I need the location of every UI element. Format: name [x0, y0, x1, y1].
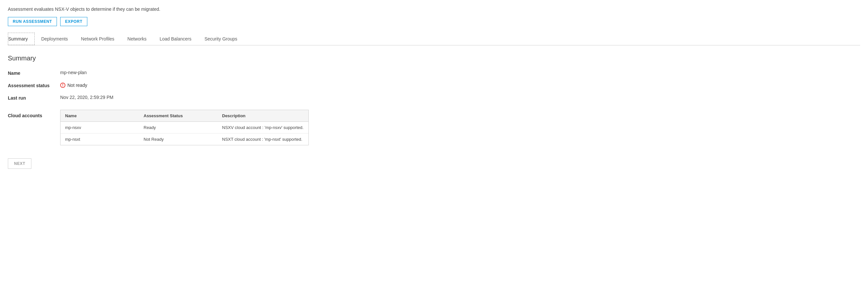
cloud-accounts-section: Cloud accounts Name Assessment Status De…	[8, 110, 860, 145]
col-name-header: Name	[61, 110, 139, 122]
name-label: Name	[8, 70, 60, 76]
description-text: Assessment evaluates NSX-V objects to de…	[8, 6, 860, 12]
cloud-accounts-table: Name Assessment Status Description mp-ns…	[60, 110, 309, 145]
summary-title: Summary	[8, 55, 860, 62]
tab-summary[interactable]: Summary	[8, 33, 35, 45]
row-name: mp-nsxv	[61, 122, 139, 134]
tab-deployments[interactable]: Deployments	[35, 33, 74, 45]
toolbar: RUN ASSESSMENT EXPORT	[8, 17, 860, 26]
col-status-header: Assessment Status	[139, 110, 217, 122]
col-description-header: Description	[217, 110, 308, 122]
assessment-status-value: ! Not ready	[60, 82, 860, 88]
next-section: NEXT	[8, 158, 860, 169]
run-assessment-button[interactable]: RUN ASSESSMENT	[8, 17, 57, 26]
last-run-label: Last run	[8, 95, 60, 101]
row-status: Not Ready	[139, 134, 217, 145]
row-name: mp-nsxt	[61, 134, 139, 145]
tab-load-balancers[interactable]: Load Balancers	[153, 33, 198, 45]
name-value: mp-new-plan	[60, 70, 860, 76]
row-description: NSXV cloud account : 'mp-nsxv' supported…	[217, 122, 308, 134]
tab-network-profiles[interactable]: Network Profiles	[74, 33, 121, 45]
table-row: mp-nsxvReadyNSXV cloud account : 'mp-nsx…	[61, 122, 308, 134]
not-ready-icon: !	[60, 83, 65, 88]
assessment-status-label: Assessment status	[8, 82, 60, 88]
tabs-container: Summary Deployments Network Profiles Net…	[8, 33, 860, 45]
last-run-value: Nov 22, 2020, 2:59:29 PM	[60, 95, 860, 101]
row-status: Ready	[139, 122, 217, 134]
row-description: NSXT cloud account : 'mp-nsxt' supported…	[217, 134, 308, 145]
assessment-status-text: Not ready	[67, 83, 87, 88]
tab-security-groups[interactable]: Security Groups	[198, 33, 244, 45]
next-button[interactable]: NEXT	[8, 158, 31, 169]
export-button[interactable]: EXPORT	[60, 17, 87, 26]
tab-networks[interactable]: Networks	[121, 33, 153, 45]
table-row: mp-nsxtNot ReadyNSXT cloud account : 'mp…	[61, 134, 308, 145]
cloud-accounts-label: Cloud accounts	[8, 110, 60, 118]
table-header-row: Name Assessment Status Description	[61, 110, 308, 122]
info-grid: Name mp-new-plan Assessment status ! Not…	[8, 70, 860, 101]
